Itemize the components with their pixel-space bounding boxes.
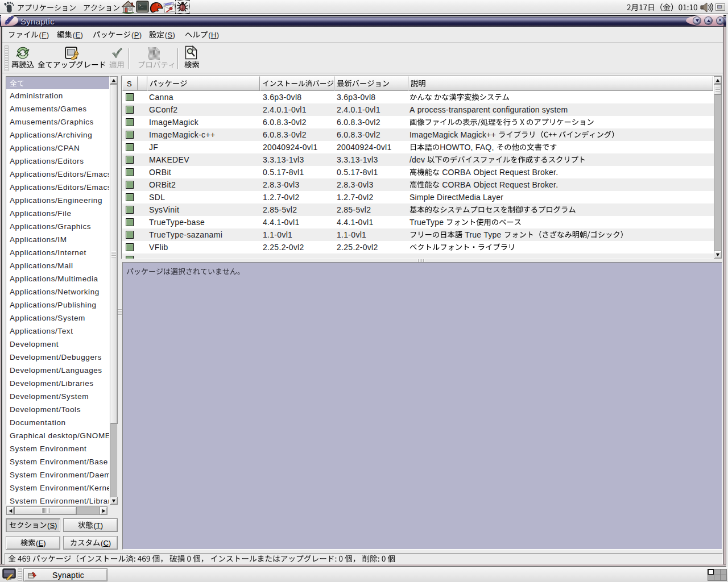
svg-text:>_: >_ — [139, 4, 143, 8]
